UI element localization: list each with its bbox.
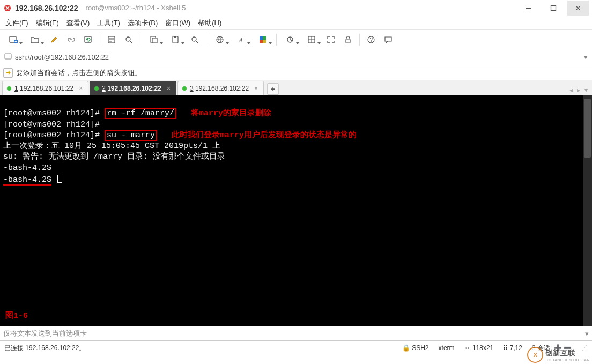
send-input-placeholder: 仅将文本发送到当前选项卡 <box>3 329 87 338</box>
svg-point-12 <box>192 37 196 41</box>
tab-index: 1 <box>14 85 18 92</box>
help-button[interactable]: ? <box>363 32 379 48</box>
terminal-line: [root@vms002 rh124]# su - marry 此时我们登录ma… <box>3 130 357 141</box>
tab-close-icon[interactable]: × <box>79 85 83 92</box>
toolbar-separator <box>140 34 140 46</box>
scrollbar-thumb[interactable] <box>584 99 591 158</box>
hint-text: 要添加当前会话，点击左侧的箭头按钮。 <box>16 68 142 78</box>
watermark-text-en: CHUANG XIN HU LIAN <box>545 358 590 362</box>
toolbar-separator <box>359 34 360 46</box>
status-size: ↔ 118x21 <box>464 344 494 352</box>
tab-index: 2 <box>102 85 106 92</box>
terminal-line: [root@vms002 rh124]# <box>3 120 100 129</box>
annotation-text: 此时我们登录marry用户后发现登录的状态是异常的 <box>172 131 357 140</box>
session-button[interactable] <box>280 32 300 48</box>
status-dot-icon <box>94 86 99 91</box>
cmd-highlight: su - marry <box>105 130 157 141</box>
tab-nav-left-icon[interactable]: ◂ <box>567 85 575 95</box>
terminal-line: -bash-4.2$ <box>3 175 62 184</box>
tab-label: 192.168.26.101:22 <box>20 85 73 92</box>
svg-rect-11 <box>174 36 176 38</box>
font-button[interactable]: A <box>231 32 251 48</box>
status-connection: 已连接 192.168.26.102:22。 <box>4 344 85 353</box>
lock-button[interactable] <box>340 32 356 48</box>
menu-window[interactable]: 窗口(W) <box>165 18 190 28</box>
cursor-icon <box>57 175 62 183</box>
status-bar: 已连接 192.168.26.102:22。 🔒 SSH2 xterm ↔ 11… <box>0 341 592 355</box>
status-term: xterm <box>439 344 455 352</box>
tab-close-icon[interactable]: × <box>167 85 171 92</box>
chat-button[interactable] <box>380 32 396 48</box>
session-tab-1[interactable]: 1 192.168.26.101:22 × <box>2 81 88 95</box>
status-dot-icon <box>7 86 11 91</box>
svg-text:?: ? <box>370 37 373 43</box>
lock-icon: 🔒 <box>402 344 410 352</box>
zoom-button[interactable] <box>121 32 137 48</box>
properties-button[interactable] <box>103 32 120 48</box>
layout-button[interactable] <box>301 32 322 48</box>
terminal[interactable]: [root@vms002 rh124]# rm -rf /marry/ 将mar… <box>0 95 592 326</box>
prompt-underline: -bash-4.2$ <box>3 175 51 186</box>
close-button[interactable] <box>567 1 589 16</box>
ssh-icon <box>4 53 12 62</box>
copy-button[interactable] <box>144 32 164 48</box>
svg-rect-15 <box>260 36 263 40</box>
hint-add-icon[interactable]: ➔ <box>3 68 13 78</box>
menu-tools[interactable]: 工具(T) <box>97 18 120 28</box>
new-session-button[interactable] <box>3 32 24 48</box>
fullscreen-button[interactable] <box>323 32 339 48</box>
menu-help[interactable]: 帮助(H) <box>198 18 221 28</box>
svg-text:A: A <box>238 36 243 44</box>
tab-nav-right-icon[interactable]: ▸ <box>575 85 582 95</box>
status-dot-icon <box>182 86 187 91</box>
menu-tabs[interactable]: 选项卡(B) <box>128 18 158 28</box>
svg-rect-18 <box>263 40 266 43</box>
toolbar: A ? <box>0 30 592 49</box>
app-icon <box>3 4 12 12</box>
toolbar-separator <box>100 34 100 46</box>
tab-nav-menu-icon[interactable]: ▾ <box>582 85 590 95</box>
input-dropdown-icon[interactable]: ▾ <box>585 330 589 338</box>
tab-bar: 1 192.168.26.101:22 × 2 192.168.26.102:2… <box>0 80 592 95</box>
svg-rect-16 <box>263 36 266 40</box>
minimize-button[interactable] <box>518 1 539 16</box>
address-bar[interactable]: ssh://root@192.168.26.102:22 ▾ <box>0 49 592 65</box>
tab-index: 3 <box>190 85 194 92</box>
pencil-button[interactable] <box>46 32 62 48</box>
address-url: ssh://root@192.168.26.102:22 <box>15 53 109 61</box>
menu-edit[interactable]: 编辑(E) <box>36 18 59 28</box>
status-pos: ⠿ 7,12 <box>503 344 522 352</box>
send-input-bar[interactable]: 仅将文本发送到当前选项卡 ▾ <box>0 326 592 341</box>
status-sessions: 3 会话 ➕ ➖ <box>532 344 572 353</box>
paste-button[interactable] <box>165 32 186 48</box>
status-ssh: 🔒 SSH2 <box>402 344 429 352</box>
terminal-scrollbar[interactable] <box>583 95 592 326</box>
session-tab-2[interactable]: 2 192.168.26.102:22 × <box>90 81 176 95</box>
tab-close-icon[interactable]: × <box>254 85 258 92</box>
address-dropdown-icon[interactable]: ▾ <box>584 53 588 61</box>
menu-view[interactable]: 查看(V) <box>66 18 90 28</box>
find-button[interactable] <box>187 32 203 48</box>
maximize-button[interactable] <box>543 1 564 16</box>
annotation-text: 将marry的家目录删除 <box>191 109 271 118</box>
toolbar-separator <box>276 34 277 46</box>
open-folder-button[interactable] <box>25 32 45 48</box>
window-title-ip: 192.168.26.102:22 <box>15 4 78 12</box>
terminal-line: 上一次登录：五 10月 25 15:05:45 CST 2019pts/1 上 <box>3 142 220 151</box>
menu-file[interactable]: 文件(F) <box>5 18 28 28</box>
tab-add-button[interactable]: + <box>267 83 279 95</box>
svg-point-7 <box>126 37 130 41</box>
svg-rect-1 <box>526 8 531 9</box>
color-scheme-button[interactable] <box>253 32 273 48</box>
tab-label: 192.168.26.102:22 <box>195 85 249 92</box>
svg-rect-21 <box>346 39 350 43</box>
session-tab-3[interactable]: 3 192.168.26.102:22 × <box>177 81 264 95</box>
status-grip-icon[interactable]: ⋰ <box>581 344 588 352</box>
encoding-button[interactable] <box>210 32 230 48</box>
window-title-path: root@vms002:~/rh124 - Xshell 5 <box>86 4 186 12</box>
link-button[interactable] <box>63 32 79 48</box>
terminal-line: [root@vms002 rh124]# rm -rf /marry/ 将mar… <box>3 108 271 119</box>
menu-bar: 文件(F) 编辑(E) 查看(V) 工具(T) 选项卡(B) 窗口(W) 帮助(… <box>0 16 592 30</box>
reconnect-button[interactable] <box>80 32 97 48</box>
terminal-line: -bash-4.2$ <box>3 164 51 173</box>
